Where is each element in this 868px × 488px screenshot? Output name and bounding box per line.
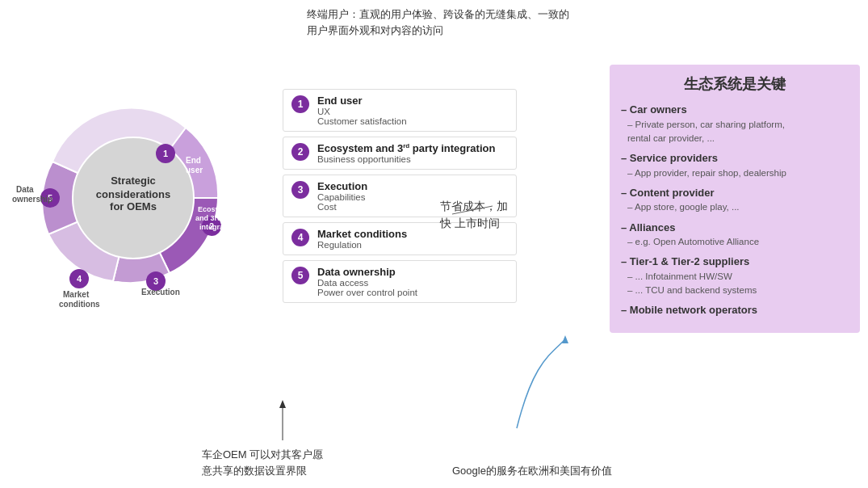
- list-item-3-sub2: Cost: [317, 202, 367, 212]
- list-item-3-sub1: Capabilities: [317, 192, 367, 202]
- svg-text:integration: integration: [199, 223, 237, 231]
- list-item-2-title: Ecosystem and 3rd party integration: [317, 142, 495, 154]
- right-panel-item-1: – Car owners – Private person, car shari…: [621, 102, 849, 145]
- svg-marker-27: [562, 335, 568, 343]
- svg-text:ownership: ownership: [12, 195, 52, 204]
- svg-text:conditions: conditions: [59, 300, 100, 309]
- bottom-right-annotation-text: Google的服务在欧洲和美国有价值: [452, 465, 612, 477]
- pie-chart-area: Strategic considerations for OEMs 1 End …: [8, 73, 258, 323]
- list-item-1-content: End user UX Customer satisfaction: [317, 95, 407, 126]
- svg-text:1: 1: [163, 149, 168, 158]
- svg-text:Market: Market: [63, 290, 90, 299]
- bottom-left-annotation-line2: 意共享的数据设置界限: [202, 465, 307, 477]
- top-annotation-line1: 终端用户：直观的用户体验、跨设备的无缝集成、一致的: [307, 8, 569, 20]
- top-annotation-line2: 用户界面外观和对内容的访问: [307, 24, 443, 36]
- list-item-2-sub1: Business opportunities: [317, 154, 495, 164]
- right-panel: 生态系统是关键 – Car owners – Private person, c…: [610, 65, 860, 333]
- bottom-right-annotation: Google的服务在欧洲和美国有价值: [452, 463, 612, 479]
- svg-text:and 3rd party: and 3rd party: [195, 214, 241, 222]
- pie-chart: Strategic considerations for OEMs 1 End …: [8, 73, 258, 323]
- list-item-4-number: 4: [291, 229, 309, 246]
- list-item-5-title: Data ownership: [317, 266, 417, 278]
- top-annotation: 终端用户：直观的用户体验、跨设备的无缝集成、一致的 用户界面外观和对内容的访问: [307, 6, 569, 38]
- list-item-1-title: End user: [317, 95, 407, 107]
- svg-text:user: user: [186, 166, 203, 175]
- right-panel-item-4-label: – Alliances: [621, 220, 849, 236]
- list-item-3-title: Execution: [317, 180, 367, 192]
- right-panel-item-3: – Content provider – App store, google p…: [621, 185, 849, 215]
- right-panel-item-3-sub1: – App store, google play, ...: [621, 200, 849, 214]
- list-item-4-sub1: Regulation: [317, 240, 407, 250]
- right-panel-item-4-sub1: – e.g. Open Automotive Alliance: [621, 235, 849, 249]
- svg-text:considerations: considerations: [96, 188, 170, 200]
- list-item-5-sub2: Power over control point: [317, 288, 417, 297]
- list-item-2-content: Ecosystem and 3rd party integration Busi…: [317, 142, 495, 164]
- bottom-left-annotation: 车企OEM 可以对其客户愿 意共享的数据设置界限: [202, 447, 323, 478]
- right-panel-item-2: – Service providers – App provider, repa…: [621, 150, 849, 180]
- right-panel-item-6: – Mobile network operators: [621, 302, 849, 318]
- svg-marker-26: [279, 400, 286, 408]
- right-panel-item-3-label: – Content provider: [621, 185, 849, 201]
- list-item-5-sub1: Data access: [317, 278, 417, 288]
- list-item-5-number: 5: [291, 267, 309, 284]
- list-item-1-sub2: Customer satisfaction: [317, 116, 407, 126]
- right-panel-item-4: – Alliances – e.g. Open Automotive Allia…: [621, 220, 849, 250]
- svg-text:4: 4: [77, 274, 82, 284]
- right-panel-item-5-label: – Tier-1 & Tier-2 suppliers: [621, 254, 849, 270]
- right-panel-item-5: – Tier-1 & Tier-2 suppliers – ... Infota…: [621, 254, 849, 297]
- right-panel-title: 生态系统是关键: [621, 74, 849, 94]
- svg-text:Ecosystem: Ecosystem: [198, 205, 237, 213]
- list-item-3-content: Execution Capabilities Cost: [317, 180, 367, 212]
- list-item-4-title: Market conditions: [317, 228, 407, 240]
- list-item-3-number: 3: [291, 181, 309, 199]
- right-panel-item-6-label: – Mobile network operators: [621, 302, 849, 318]
- right-panel-item-1-label: – Car owners: [621, 102, 849, 118]
- right-panel-item-1-sub1: – Private person, car sharing platform,: [621, 118, 849, 132]
- right-panel-item-5-sub2: – ... TCU and backend systems: [621, 284, 849, 297]
- list-item-1-sub1: UX: [317, 107, 407, 116]
- list-item-1: 1 End user UX Customer satisfaction: [283, 89, 517, 132]
- svg-text:Data: Data: [16, 185, 34, 194]
- middle-annotation-line2: 快 上市时间: [440, 217, 500, 229]
- right-panel-item-2-sub1: – App provider, repair shop, dealership: [621, 166, 849, 180]
- right-panel-item-1-sub2: rental car provider, ...: [621, 132, 849, 145]
- bottom-left-annotation-line1: 车企OEM 可以对其客户愿: [202, 448, 323, 461]
- svg-text:Strategic: Strategic: [111, 175, 156, 187]
- list-item-4-content: Market conditions Regulation: [317, 228, 407, 250]
- list-item-2: 2 Ecosystem and 3rd party integration Bu…: [283, 137, 517, 170]
- svg-text:End: End: [186, 156, 201, 165]
- list-item-2-number: 2: [291, 143, 309, 161]
- svg-text:3: 3: [153, 276, 158, 286]
- list-item-1-number: 1: [291, 95, 309, 113]
- right-panel-item-2-label: – Service providers: [621, 150, 849, 166]
- svg-text:for OEMs: for OEMs: [110, 200, 157, 212]
- main-container: 终端用户：直观的用户体验、跨设备的无缝集成、一致的 用户界面外观和对内容的访问 …: [0, 0, 868, 488]
- right-panel-item-5-sub1: – ... Infotainment HW/SW: [621, 270, 849, 284]
- svg-text:Execution: Execution: [141, 288, 180, 297]
- middle-annotation: 节省成本，加 快 上市时间: [440, 198, 508, 232]
- list-item-5-content: Data ownership Data access Power over co…: [317, 266, 417, 297]
- middle-annotation-line1: 节省成本，加: [440, 200, 508, 212]
- list-item-5: 5 Data ownership Data access Power over …: [283, 260, 517, 303]
